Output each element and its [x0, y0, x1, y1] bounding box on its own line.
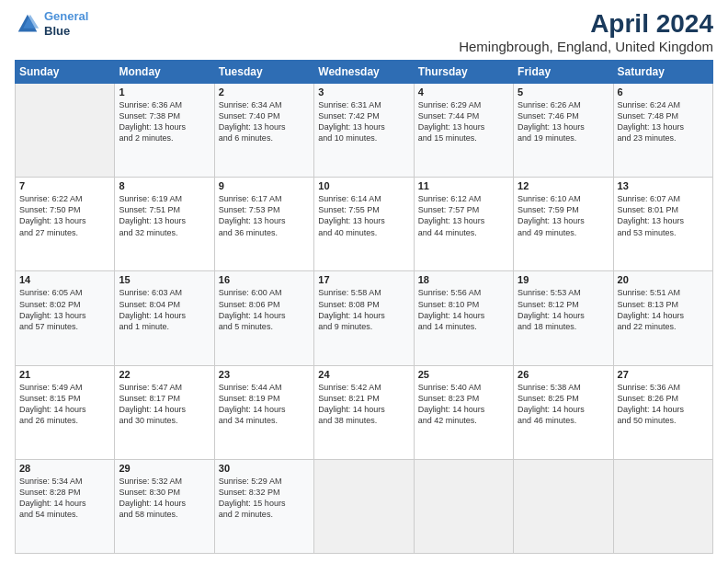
day-number: 2: [219, 86, 310, 98]
day-number: 10: [318, 180, 409, 191]
header: General Blue April 2024 Hemingbrough, En…: [15, 9, 713, 54]
cell-content: Sunrise: 6:10 AM Sunset: 7:59 PM Dayligh…: [518, 193, 609, 238]
cell-content: Sunrise: 6:29 AM Sunset: 7:44 PM Dayligh…: [418, 99, 509, 144]
day-number: 8: [119, 180, 210, 191]
day-number: 15: [119, 274, 210, 285]
cell-content: Sunrise: 6:26 AM Sunset: 7:46 PM Dayligh…: [518, 99, 609, 144]
week-row-1: 1Sunrise: 6:36 AM Sunset: 7:38 PM Daylig…: [16, 84, 713, 178]
logo-text: General Blue: [44, 9, 88, 38]
cell-content: Sunrise: 6:03 AM Sunset: 8:04 PM Dayligh…: [119, 287, 210, 332]
day-number: 12: [518, 180, 609, 191]
cell-content: Sunrise: 5:53 AM Sunset: 8:12 PM Dayligh…: [518, 287, 609, 332]
calendar-cell: 23Sunrise: 5:44 AM Sunset: 8:19 PM Dayli…: [214, 365, 313, 459]
cell-content: Sunrise: 5:38 AM Sunset: 8:25 PM Dayligh…: [518, 382, 609, 427]
day-number: 29: [119, 463, 210, 474]
calendar-table: SundayMondayTuesdayWednesdayThursdayFrid…: [15, 60, 713, 554]
calendar-cell: 22Sunrise: 5:47 AM Sunset: 8:17 PM Dayli…: [115, 365, 214, 459]
cell-content: Sunrise: 5:58 AM Sunset: 8:08 PM Dayligh…: [318, 287, 409, 332]
day-header-thursday: Thursday: [414, 61, 513, 84]
week-row-5: 28Sunrise: 5:34 AM Sunset: 8:28 PM Dayli…: [16, 459, 713, 553]
day-number: 20: [618, 274, 709, 285]
calendar-cell: 7Sunrise: 6:22 AM Sunset: 7:50 PM Daylig…: [16, 178, 115, 271]
cell-content: Sunrise: 6:07 AM Sunset: 8:01 PM Dayligh…: [618, 193, 709, 238]
calendar-cell: 21Sunrise: 5:49 AM Sunset: 8:15 PM Dayli…: [16, 365, 115, 459]
calendar-cell: 2Sunrise: 6:34 AM Sunset: 7:40 PM Daylig…: [214, 84, 313, 178]
calendar-cell: 17Sunrise: 5:58 AM Sunset: 8:08 PM Dayli…: [314, 271, 414, 365]
calendar-cell: 26Sunrise: 5:38 AM Sunset: 8:25 PM Dayli…: [514, 365, 613, 459]
cell-content: Sunrise: 6:34 AM Sunset: 7:40 PM Dayligh…: [219, 99, 310, 144]
calendar-cell: 14Sunrise: 6:05 AM Sunset: 8:02 PM Dayli…: [16, 271, 115, 365]
calendar-cell: 30Sunrise: 5:29 AM Sunset: 8:32 PM Dayli…: [214, 459, 313, 553]
day-number: 22: [119, 369, 210, 380]
calendar-cell: 13Sunrise: 6:07 AM Sunset: 8:01 PM Dayli…: [613, 178, 712, 271]
day-number: 16: [219, 274, 310, 285]
cell-content: Sunrise: 6:19 AM Sunset: 7:51 PM Dayligh…: [119, 193, 210, 238]
subtitle: Hemingbrough, England, United Kingdom: [459, 39, 713, 54]
day-header-sunday: Sunday: [16, 61, 115, 84]
cell-content: Sunrise: 5:36 AM Sunset: 8:26 PM Dayligh…: [618, 382, 709, 427]
day-header-tuesday: Tuesday: [214, 61, 313, 84]
calendar-cell: 16Sunrise: 6:00 AM Sunset: 8:06 PM Dayli…: [214, 271, 313, 365]
calendar-cell: 1Sunrise: 6:36 AM Sunset: 7:38 PM Daylig…: [115, 84, 214, 178]
calendar-cell: [414, 459, 513, 553]
calendar-cell: 25Sunrise: 5:40 AM Sunset: 8:23 PM Dayli…: [414, 365, 513, 459]
calendar-cell: 8Sunrise: 6:19 AM Sunset: 7:51 PM Daylig…: [115, 178, 214, 271]
day-number: 6: [618, 86, 709, 98]
day-header-saturday: Saturday: [613, 61, 712, 84]
cell-content: Sunrise: 6:22 AM Sunset: 7:50 PM Dayligh…: [19, 193, 110, 238]
day-number: 3: [318, 86, 409, 98]
calendar-cell: 27Sunrise: 5:36 AM Sunset: 8:26 PM Dayli…: [613, 365, 712, 459]
calendar-cell: 15Sunrise: 6:03 AM Sunset: 8:04 PM Dayli…: [115, 271, 214, 365]
logo-icon: [15, 11, 40, 37]
cell-content: Sunrise: 6:36 AM Sunset: 7:38 PM Dayligh…: [119, 99, 210, 144]
cell-content: Sunrise: 6:14 AM Sunset: 7:55 PM Dayligh…: [318, 193, 409, 238]
calendar-cell: 20Sunrise: 5:51 AM Sunset: 8:13 PM Dayli…: [613, 271, 712, 365]
logo: General Blue: [15, 9, 88, 38]
day-header-friday: Friday: [514, 61, 613, 84]
calendar-cell: [314, 459, 414, 553]
day-number: 5: [518, 86, 609, 98]
header-row: SundayMondayTuesdayWednesdayThursdayFrid…: [16, 61, 713, 84]
calendar-cell: 24Sunrise: 5:42 AM Sunset: 8:21 PM Dayli…: [314, 365, 414, 459]
calendar-cell: 12Sunrise: 6:10 AM Sunset: 7:59 PM Dayli…: [514, 178, 613, 271]
day-number: 11: [418, 180, 509, 191]
week-row-3: 14Sunrise: 6:05 AM Sunset: 8:02 PM Dayli…: [16, 271, 713, 365]
day-number: 23: [219, 369, 310, 380]
calendar-cell: 6Sunrise: 6:24 AM Sunset: 7:48 PM Daylig…: [613, 84, 712, 178]
cell-content: Sunrise: 5:32 AM Sunset: 8:30 PM Dayligh…: [119, 476, 210, 521]
week-row-2: 7Sunrise: 6:22 AM Sunset: 7:50 PM Daylig…: [16, 178, 713, 271]
calendar-cell: 19Sunrise: 5:53 AM Sunset: 8:12 PM Dayli…: [514, 271, 613, 365]
cell-content: Sunrise: 5:29 AM Sunset: 8:32 PM Dayligh…: [219, 476, 310, 521]
calendar-cell: [514, 459, 613, 553]
calendar-cell: [613, 459, 712, 553]
cell-content: Sunrise: 5:49 AM Sunset: 8:15 PM Dayligh…: [19, 382, 110, 427]
day-number: 1: [119, 86, 210, 98]
day-number: 30: [219, 463, 310, 474]
day-header-monday: Monday: [115, 61, 214, 84]
title-block: April 2024 Hemingbrough, England, United…: [459, 9, 713, 54]
day-number: 14: [19, 274, 110, 285]
calendar-cell: 4Sunrise: 6:29 AM Sunset: 7:44 PM Daylig…: [414, 84, 513, 178]
day-number: 4: [418, 86, 509, 98]
day-number: 9: [219, 180, 310, 191]
day-number: 18: [418, 274, 509, 285]
calendar-cell: 11Sunrise: 6:12 AM Sunset: 7:57 PM Dayli…: [414, 178, 513, 271]
cell-content: Sunrise: 5:44 AM Sunset: 8:19 PM Dayligh…: [219, 382, 310, 427]
cell-content: Sunrise: 5:56 AM Sunset: 8:10 PM Dayligh…: [418, 287, 509, 332]
cell-content: Sunrise: 6:17 AM Sunset: 7:53 PM Dayligh…: [219, 193, 310, 238]
calendar-cell: 9Sunrise: 6:17 AM Sunset: 7:53 PM Daylig…: [214, 178, 313, 271]
calendar-cell: 5Sunrise: 6:26 AM Sunset: 7:46 PM Daylig…: [514, 84, 613, 178]
day-number: 25: [418, 369, 509, 380]
day-number: 21: [19, 369, 110, 380]
day-number: 28: [19, 463, 110, 474]
cell-content: Sunrise: 6:05 AM Sunset: 8:02 PM Dayligh…: [19, 287, 110, 332]
page: General Blue April 2024 Hemingbrough, En…: [0, 0, 728, 563]
cell-content: Sunrise: 6:31 AM Sunset: 7:42 PM Dayligh…: [318, 99, 409, 144]
cell-content: Sunrise: 5:51 AM Sunset: 8:13 PM Dayligh…: [618, 287, 709, 332]
day-number: 13: [618, 180, 709, 191]
cell-content: Sunrise: 6:12 AM Sunset: 7:57 PM Dayligh…: [418, 193, 509, 238]
day-number: 24: [318, 369, 409, 380]
day-header-wednesday: Wednesday: [314, 61, 414, 84]
cell-content: Sunrise: 5:40 AM Sunset: 8:23 PM Dayligh…: [418, 382, 509, 427]
calendar-cell: 3Sunrise: 6:31 AM Sunset: 7:42 PM Daylig…: [314, 84, 414, 178]
